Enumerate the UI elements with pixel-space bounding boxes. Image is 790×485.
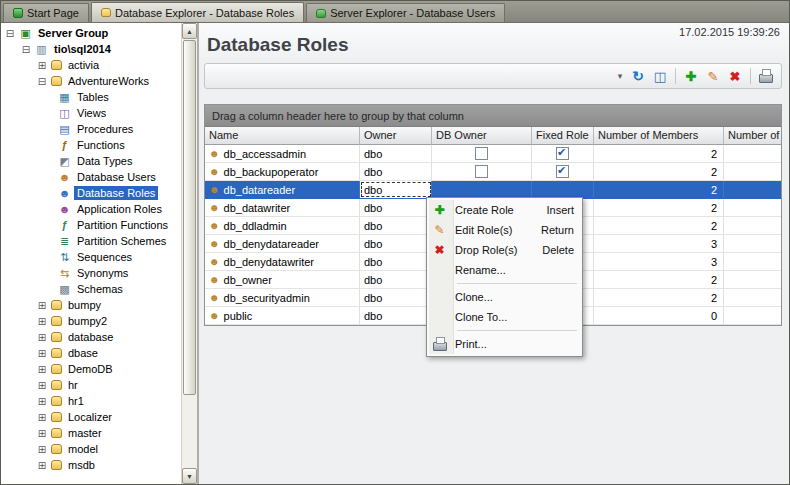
context-menu-item[interactable]: Rename... [429,260,580,280]
tree-item[interactable]: Synonyms [1,265,181,281]
cell-owner[interactable]: dbo [360,289,432,306]
cell-owner[interactable]: dbo [360,217,432,234]
tree-item[interactable]: Database Roles [1,185,181,201]
cell-number-of-assigned[interactable] [724,163,781,180]
tree-item[interactable]: dbase [1,345,181,361]
cell-name[interactable]: db_ddladmin [205,217,360,234]
tree-item[interactable]: hr [1,377,181,393]
cell-owner[interactable]: dbo [360,271,432,288]
tree-expander-icon[interactable] [36,444,48,455]
tree-expander-icon[interactable] [36,364,48,375]
toolbar-overflow-icon[interactable]: ▾ [613,71,627,81]
cell-name[interactable]: db_datawriter [205,199,360,216]
tree-expander-icon[interactable] [36,380,48,391]
cell-fixed-role[interactable] [532,181,594,198]
tree-expander-icon[interactable] [36,300,48,311]
fixed-role-checkbox[interactable] [556,165,569,178]
tree-expander-icon[interactable] [36,60,48,71]
cell-name[interactable]: db_backupoperator [205,163,360,180]
toolbar-button[interactable] [725,66,745,86]
table-row[interactable]: db_accessadmin dbo 2 [205,145,781,163]
tree-expander-icon[interactable] [36,396,48,407]
cell-number-of-members[interactable]: 3 [594,253,724,270]
tree-item[interactable]: Server Group [1,25,181,41]
cell-number-of-assigned[interactable] [724,145,781,162]
column-header[interactable]: Number of As... [724,127,781,145]
toolbar-button[interactable] [756,66,776,86]
tree-item[interactable]: tio\sql2014 [1,41,181,57]
tree-item[interactable]: database [1,329,181,345]
tree-item[interactable]: msdb [1,457,181,473]
cell-fixed-role[interactable] [532,145,594,162]
tree-expander-icon[interactable] [36,428,48,439]
context-menu-item[interactable]: Clone To... [429,307,580,327]
cell-number-of-members[interactable]: 2 [594,199,724,216]
context-menu-item[interactable] [457,330,577,331]
cell-number-of-members[interactable]: 2 [594,163,724,180]
scrollbar-track[interactable] [182,396,197,468]
tree-expander-icon[interactable] [36,332,48,343]
tree-expander-icon[interactable] [36,460,48,471]
cell-name[interactable]: public [205,307,360,324]
tree-item[interactable]: activia [1,57,181,73]
toolbar-button[interactable] [650,66,670,86]
table-row[interactable]: db_backupoperator dbo 2 [205,163,781,181]
tree-item[interactable]: Partition Functions [1,217,181,233]
tree-scrollbar[interactable] [181,23,197,484]
column-header[interactable]: Name [205,127,360,145]
toolbar-button[interactable] [675,68,676,84]
tree-item[interactable]: Views [1,105,181,121]
fixed-role-checkbox[interactable] [556,147,569,160]
tab[interactable]: Start Page [3,3,89,22]
tree-expander-icon[interactable] [20,44,32,55]
cell-number-of-assigned[interactable] [724,271,781,288]
tab[interactable]: Database Explorer - Database Roles [91,2,304,22]
cell-number-of-assigned[interactable] [724,253,781,270]
cell-fixed-role[interactable] [532,163,594,180]
toolbar-button[interactable] [750,68,751,84]
cell-name[interactable]: db_datareader [205,181,360,198]
column-header[interactable]: DB Owner [432,127,532,145]
scrollbar-thumb[interactable] [183,40,196,395]
tree-expander-icon[interactable] [36,76,48,87]
cell-number-of-assigned[interactable] [724,307,781,324]
column-header[interactable]: Number of Members [594,127,724,145]
toolbar-button[interactable] [703,66,723,86]
cell-name[interactable]: db_accessadmin [205,145,360,162]
tree-expander-icon[interactable] [4,28,16,39]
context-menu-item[interactable] [457,283,577,284]
toolbar-button[interactable] [681,66,701,86]
tree-item[interactable]: bumpy [1,297,181,313]
cell-owner[interactable]: dbo [360,199,432,216]
scroll-down-icon[interactable] [182,468,197,484]
cell-owner[interactable]: dbo [360,145,432,162]
tree-expander-icon[interactable] [36,412,48,423]
cell-number-of-members[interactable]: 2 [594,181,724,198]
toolbar-button[interactable] [628,66,648,86]
column-header[interactable]: Owner [360,127,432,145]
cell-number-of-assigned[interactable] [724,217,781,234]
tree-item[interactable]: Functions [1,137,181,153]
tree-item[interactable]: Sequences [1,249,181,265]
context-menu-item[interactable]: Drop Role(s) Delete [429,240,580,260]
tree-item[interactable]: Application Roles [1,201,181,217]
tab[interactable]: Server Explorer - Database Users [306,3,505,22]
tree-item[interactable]: Procedures [1,121,181,137]
tree-item[interactable]: Localizer [1,409,181,425]
tree-expander-icon[interactable] [36,348,48,359]
context-menu-item[interactable]: Print... [429,334,580,354]
tree-item[interactable]: Schemas [1,281,181,297]
cell-name[interactable]: db_owner [205,271,360,288]
tree-item[interactable]: DemoDB [1,361,181,377]
cell-owner[interactable]: dbo [360,307,432,324]
cell-number-of-members[interactable]: 2 [594,145,724,162]
cell-number-of-members[interactable]: 2 [594,271,724,288]
column-header[interactable]: Fixed Role [532,127,594,145]
cell-name[interactable]: db_securityadmin [205,289,360,306]
cell-owner[interactable]: dbo [360,163,432,180]
cell-db-owner[interactable] [432,181,532,198]
tree-item[interactable]: model [1,441,181,457]
context-menu-item[interactable]: Clone... [429,287,580,307]
cell-db-owner[interactable] [432,145,532,162]
cell-number-of-members[interactable]: 0 [594,307,724,324]
